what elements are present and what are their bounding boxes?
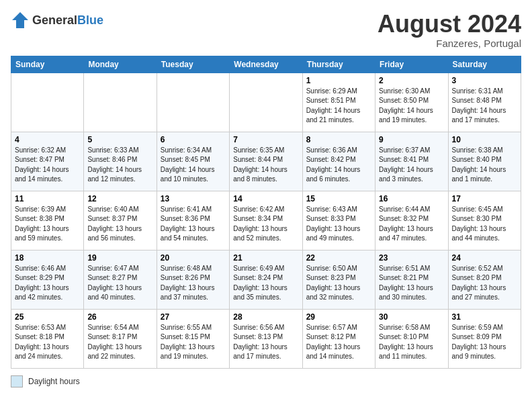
calendar-cell xyxy=(157,73,229,132)
calendar-cell: 29Sunrise: 6:57 AM Sunset: 8:12 PM Dayli… xyxy=(302,309,375,368)
calendar-week-5: 25Sunrise: 6:53 AM Sunset: 8:18 PM Dayli… xyxy=(11,309,521,368)
day-number: 5 xyxy=(87,135,152,144)
day-number: 24 xyxy=(452,253,517,263)
day-number: 28 xyxy=(233,312,298,322)
calendar-cell: 21Sunrise: 6:49 AM Sunset: 8:24 PM Dayli… xyxy=(230,250,302,309)
day-number: 12 xyxy=(87,194,152,203)
cell-info: Sunrise: 6:44 AM Sunset: 8:32 PM Dayligh… xyxy=(379,205,444,244)
month-year-title: August 2024 xyxy=(378,11,521,38)
cell-info: Sunrise: 6:52 AM Sunset: 8:20 PM Dayligh… xyxy=(452,264,517,303)
calendar-cell: 19Sunrise: 6:47 AM Sunset: 8:27 PM Dayli… xyxy=(84,250,157,309)
cell-info: Sunrise: 6:37 AM Sunset: 8:41 PM Dayligh… xyxy=(379,146,444,185)
cell-info: Sunrise: 6:50 AM Sunset: 8:23 PM Dayligh… xyxy=(306,264,371,303)
cell-info: Sunrise: 6:40 AM Sunset: 8:37 PM Dayligh… xyxy=(87,205,152,244)
day-number: 30 xyxy=(379,312,444,322)
calendar-cell: 17Sunrise: 6:45 AM Sunset: 8:30 PM Dayli… xyxy=(448,191,521,250)
calendar-week-2: 4Sunrise: 6:32 AM Sunset: 8:47 PM Daylig… xyxy=(11,132,521,191)
cell-info: Sunrise: 6:56 AM Sunset: 8:13 PM Dayligh… xyxy=(233,323,298,362)
calendar-cell xyxy=(230,73,302,132)
cell-info: Sunrise: 6:34 AM Sunset: 8:45 PM Dayligh… xyxy=(161,146,226,185)
calendar-cell: 5Sunrise: 6:33 AM Sunset: 8:46 PM Daylig… xyxy=(84,132,157,191)
day-number: 15 xyxy=(306,194,371,203)
header-day-monday: Monday xyxy=(84,56,157,73)
day-number: 14 xyxy=(233,194,298,203)
cell-info: Sunrise: 6:45 AM Sunset: 8:30 PM Dayligh… xyxy=(452,205,517,244)
calendar-cell: 22Sunrise: 6:50 AM Sunset: 8:23 PM Dayli… xyxy=(302,250,375,309)
cell-info: Sunrise: 6:41 AM Sunset: 8:36 PM Dayligh… xyxy=(161,205,226,244)
header-day-tuesday: Tuesday xyxy=(157,56,229,73)
page-header: GeneralBlue August 2024 Fanzeres, Portug… xyxy=(11,11,521,49)
calendar-cell: 13Sunrise: 6:41 AM Sunset: 8:36 PM Dayli… xyxy=(157,191,229,250)
cell-info: Sunrise: 6:49 AM Sunset: 8:24 PM Dayligh… xyxy=(233,264,298,303)
cell-info: Sunrise: 6:57 AM Sunset: 8:12 PM Dayligh… xyxy=(306,323,371,362)
calendar-week-3: 11Sunrise: 6:39 AM Sunset: 8:38 PM Dayli… xyxy=(11,191,521,250)
calendar-cell: 6Sunrise: 6:34 AM Sunset: 8:45 PM Daylig… xyxy=(157,132,229,191)
cell-info: Sunrise: 6:33 AM Sunset: 8:46 PM Dayligh… xyxy=(87,146,152,185)
calendar-week-4: 18Sunrise: 6:46 AM Sunset: 8:29 PM Dayli… xyxy=(11,250,521,309)
calendar-cell xyxy=(11,73,84,132)
cell-info: Sunrise: 6:38 AM Sunset: 8:40 PM Dayligh… xyxy=(452,146,517,185)
day-number: 7 xyxy=(233,135,298,144)
day-number: 20 xyxy=(161,253,226,263)
cell-info: Sunrise: 6:35 AM Sunset: 8:44 PM Dayligh… xyxy=(233,146,298,185)
logo-icon xyxy=(11,11,30,30)
logo: GeneralBlue xyxy=(11,11,103,30)
calendar-cell: 20Sunrise: 6:48 AM Sunset: 8:26 PM Dayli… xyxy=(157,250,229,309)
day-number: 26 xyxy=(87,312,152,322)
svg-marker-0 xyxy=(12,12,28,28)
header-day-thursday: Thursday xyxy=(302,56,375,73)
cell-info: Sunrise: 6:59 AM Sunset: 8:09 PM Dayligh… xyxy=(452,323,517,362)
calendar-cell: 8Sunrise: 6:36 AM Sunset: 8:42 PM Daylig… xyxy=(302,132,375,191)
day-number: 3 xyxy=(452,76,517,85)
day-number: 18 xyxy=(15,253,80,263)
legend: Daylight hours xyxy=(11,375,521,387)
calendar-cell: 25Sunrise: 6:53 AM Sunset: 8:18 PM Dayli… xyxy=(11,309,84,368)
calendar-cell: 31Sunrise: 6:59 AM Sunset: 8:09 PM Dayli… xyxy=(448,309,521,368)
header-row: SundayMondayTuesdayWednesdayThursdayFrid… xyxy=(11,56,521,73)
day-number: 9 xyxy=(379,135,444,144)
cell-info: Sunrise: 6:39 AM Sunset: 8:38 PM Dayligh… xyxy=(15,205,80,244)
calendar-cell: 10Sunrise: 6:38 AM Sunset: 8:40 PM Dayli… xyxy=(448,132,521,191)
calendar-cell: 16Sunrise: 6:44 AM Sunset: 8:32 PM Dayli… xyxy=(375,191,448,250)
calendar-cell: 2Sunrise: 6:30 AM Sunset: 8:50 PM Daylig… xyxy=(375,73,448,132)
calendar-cell: 23Sunrise: 6:51 AM Sunset: 8:21 PM Dayli… xyxy=(375,250,448,309)
day-number: 4 xyxy=(15,135,80,144)
calendar-cell: 11Sunrise: 6:39 AM Sunset: 8:38 PM Dayli… xyxy=(11,191,84,250)
cell-info: Sunrise: 6:29 AM Sunset: 8:51 PM Dayligh… xyxy=(306,87,371,126)
cell-info: Sunrise: 6:31 AM Sunset: 8:48 PM Dayligh… xyxy=(452,87,517,126)
cell-info: Sunrise: 6:46 AM Sunset: 8:29 PM Dayligh… xyxy=(15,264,80,303)
header-day-sunday: Sunday xyxy=(11,56,84,73)
cell-info: Sunrise: 6:53 AM Sunset: 8:18 PM Dayligh… xyxy=(15,323,80,362)
cell-info: Sunrise: 6:48 AM Sunset: 8:26 PM Dayligh… xyxy=(161,264,226,303)
calendar-cell: 26Sunrise: 6:54 AM Sunset: 8:17 PM Dayli… xyxy=(84,309,157,368)
day-number: 2 xyxy=(379,76,444,85)
calendar-cell: 15Sunrise: 6:43 AM Sunset: 8:33 PM Dayli… xyxy=(302,191,375,250)
calendar-cell: 30Sunrise: 6:58 AM Sunset: 8:10 PM Dayli… xyxy=(375,309,448,368)
calendar-cell: 1Sunrise: 6:29 AM Sunset: 8:51 PM Daylig… xyxy=(302,73,375,132)
calendar-week-1: 1Sunrise: 6:29 AM Sunset: 8:51 PM Daylig… xyxy=(11,73,521,132)
cell-info: Sunrise: 6:30 AM Sunset: 8:50 PM Dayligh… xyxy=(379,87,444,126)
calendar-table: SundayMondayTuesdayWednesdayThursdayFrid… xyxy=(11,56,521,369)
location-subtitle: Fanzeres, Portugal xyxy=(378,38,521,49)
day-number: 10 xyxy=(452,135,517,144)
day-number: 6 xyxy=(161,135,226,144)
day-number: 29 xyxy=(306,312,371,322)
day-number: 25 xyxy=(15,312,80,322)
cell-info: Sunrise: 6:51 AM Sunset: 8:21 PM Dayligh… xyxy=(379,264,444,303)
header-day-friday: Friday xyxy=(375,56,448,73)
calendar-cell xyxy=(84,73,157,132)
calendar-body: 1Sunrise: 6:29 AM Sunset: 8:51 PM Daylig… xyxy=(11,73,521,368)
calendar-cell: 14Sunrise: 6:42 AM Sunset: 8:34 PM Dayli… xyxy=(230,191,302,250)
header-day-wednesday: Wednesday xyxy=(230,56,302,73)
day-number: 31 xyxy=(452,312,517,322)
legend-color-box xyxy=(11,375,23,387)
logo-general-text: General xyxy=(32,13,77,27)
cell-info: Sunrise: 6:58 AM Sunset: 8:10 PM Dayligh… xyxy=(379,323,444,362)
day-number: 21 xyxy=(233,253,298,263)
calendar-cell: 9Sunrise: 6:37 AM Sunset: 8:41 PM Daylig… xyxy=(375,132,448,191)
calendar-cell: 3Sunrise: 6:31 AM Sunset: 8:48 PM Daylig… xyxy=(448,73,521,132)
cell-info: Sunrise: 6:47 AM Sunset: 8:27 PM Dayligh… xyxy=(87,264,152,303)
day-number: 19 xyxy=(87,253,152,263)
cell-info: Sunrise: 6:43 AM Sunset: 8:33 PM Dayligh… xyxy=(306,205,371,244)
calendar-cell: 18Sunrise: 6:46 AM Sunset: 8:29 PM Dayli… xyxy=(11,250,84,309)
